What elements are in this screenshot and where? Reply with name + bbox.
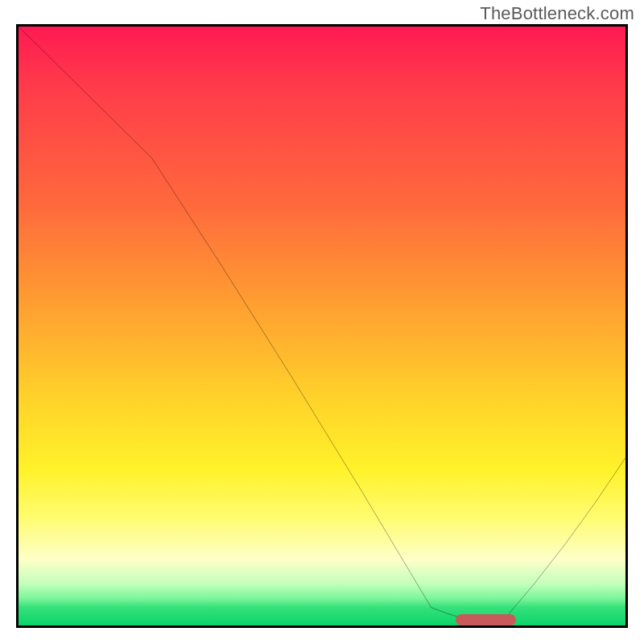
bottleneck-curve	[19, 27, 625, 625]
chart-container: TheBottleneck.com	[0, 0, 644, 644]
optimum-range-marker	[456, 614, 516, 625]
watermark-label: TheBottleneck.com	[480, 3, 634, 24]
plot-frame	[16, 24, 628, 628]
